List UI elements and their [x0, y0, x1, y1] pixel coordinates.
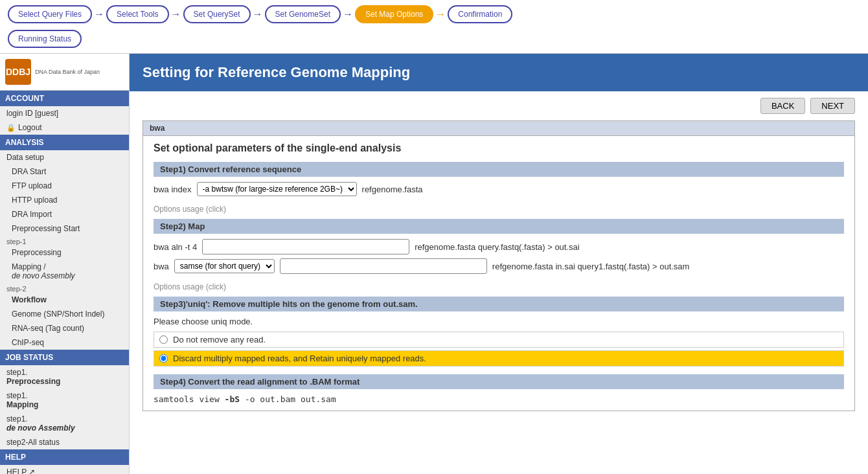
- radio2-label: Discard multiply mapped reads, and Retai…: [173, 354, 426, 363]
- back-next-row: BACK NEXT: [143, 98, 855, 114]
- bwa-samse-input[interactable]: [280, 258, 487, 274]
- rna-seq-item[interactable]: RNA-seq (Tag count): [0, 321, 129, 335]
- step-6-button[interactable]: Confirmation: [448, 5, 512, 23]
- bwa-samse-row: bwa samse (for short query)sampe (for pa…: [154, 258, 844, 274]
- dra-import[interactable]: DRA Import: [0, 207, 129, 221]
- logout-row: 🔒 Logout: [0, 120, 129, 135]
- bwa-samse-select[interactable]: samse (for short query)sampe (for paired…: [174, 259, 275, 273]
- uniq-choose-text: Please choose uniq mode.: [154, 317, 844, 326]
- step-arrow-5: →: [435, 8, 446, 20]
- bwa-index-select[interactable]: -a bwtsw (for large-size reference 2GB~)…: [197, 182, 357, 196]
- bwa-aln-input[interactable]: [202, 239, 409, 254]
- workflow-item[interactable]: Workflow: [0, 293, 129, 307]
- top-nav: Select Query Files→Select Tools→Set Quer…: [0, 0, 868, 54]
- radio-row-2[interactable]: Discard multiply mapped reads, and Retai…: [154, 350, 844, 367]
- account-section-title: ACCOUNT: [0, 91, 129, 106]
- sidebar: DDBJ DNA Data Bank of Japan ACCOUNT logi…: [0, 54, 130, 474]
- step-1-button[interactable]: Select Query Files: [8, 5, 92, 23]
- preprocessing-start[interactable]: Preprocessing Start: [0, 221, 129, 236]
- step-3-button[interactable]: Set QuerySet: [183, 5, 251, 23]
- step1-denovo-status[interactable]: step1. de novo Assembly: [0, 412, 129, 435]
- back-button[interactable]: BACK: [760, 98, 805, 114]
- options-usage-1-link[interactable]: Options usage (click): [154, 205, 226, 214]
- login-id: login ID [guest]: [0, 106, 129, 120]
- bwa-title: bwa: [143, 121, 854, 136]
- ftp-upload[interactable]: FTP upload: [0, 179, 129, 193]
- bwa-aln-label: bwa aln -t 4: [154, 242, 197, 252]
- step1-label: step-1: [0, 236, 129, 245]
- params-title: Set optional parameters of the single-en…: [154, 142, 844, 154]
- bwa-samse-static: refgenome.fasta in.sai query1.fastq(.fas…: [492, 262, 690, 271]
- running-status-button[interactable]: Running Status: [8, 30, 82, 48]
- analysis-section-title: ANALYSIS: [0, 135, 129, 150]
- logout-button[interactable]: Logout: [18, 123, 42, 132]
- bwa-aln-row: bwa aln -t 4 refgenome.fasta query.fastq…: [154, 239, 844, 254]
- step-arrow-4: →: [343, 8, 353, 20]
- job-status-title: JOB STATUS: [0, 350, 129, 365]
- step2-section-title: Step2) Map: [154, 219, 844, 234]
- step4-cmd: samtools view -bS -o out.bam out.sam: [154, 394, 844, 404]
- help-title: HELP: [0, 449, 129, 465]
- chip-seq-item[interactable]: ChIP-seq: [0, 335, 129, 350]
- bwa-container: bwa Set optional parameters of the singl…: [143, 120, 855, 411]
- step-4-button[interactable]: Set GenomeSet: [265, 5, 341, 23]
- main-area: DDBJ DNA Data Bank of Japan ACCOUNT logi…: [0, 54, 868, 474]
- page-title: Setting for Reference Genome Mapping: [130, 54, 868, 91]
- step1-section-title: Step1) Convert reference sequence: [154, 162, 844, 177]
- logo-area: DDBJ DNA Data Bank of Japan: [0, 54, 129, 91]
- logo-sub: DNA Data Bank of Japan: [35, 69, 100, 75]
- step2-all-status[interactable]: step2-All status: [0, 435, 129, 449]
- step-arrow-2: →: [171, 8, 181, 20]
- dra-start[interactable]: DRA Start: [0, 164, 129, 179]
- data-setup: Data setup: [0, 150, 129, 164]
- step1-preprocessing-status[interactable]: step1. Preprocessing: [0, 365, 129, 389]
- app-container: Select Query Files→Select Tools→Set Quer…: [0, 0, 868, 474]
- logout-icon: 🔒: [6, 124, 16, 132]
- step1-mapping-status[interactable]: step1. Mapping: [0, 389, 129, 412]
- radio-row-1[interactable]: Do not remove any read.: [154, 332, 844, 348]
- bwa-index-static: refgenome.fasta: [362, 185, 423, 194]
- step-5-button[interactable]: Set Map Options: [355, 5, 433, 23]
- next-button[interactable]: NEXT: [810, 98, 855, 114]
- step2-label: step-2: [0, 283, 129, 293]
- step-arrow-1: →: [94, 8, 104, 20]
- step-arrow-3: →: [253, 8, 263, 20]
- step-2-button[interactable]: Select Tools: [106, 5, 168, 23]
- mapping-assembly-item[interactable]: Mapping / de novo Assembly: [0, 260, 129, 283]
- radio-discard[interactable]: [159, 354, 168, 363]
- step1-param-row: bwa index -a bwtsw (for large-size refer…: [154, 182, 844, 196]
- radio-none[interactable]: [159, 335, 168, 344]
- radio1-label: Do not remove any read.: [173, 335, 266, 344]
- bwa-aln-static: refgenome.fasta query.fastq(.fasta) > ou…: [415, 242, 579, 252]
- bwa-index-label: bwa index: [154, 185, 192, 194]
- http-upload[interactable]: HTTP upload: [0, 193, 129, 207]
- step4-section-title: Step4) Convert the read alignment to .BA…: [154, 374, 844, 389]
- content-body: BACK NEXT bwa Set optional parameters of…: [130, 91, 868, 418]
- bwa-samse-label: bwa: [154, 262, 169, 271]
- help-link[interactable]: HELP ↗: [0, 465, 129, 474]
- preprocessing-item[interactable]: Preprocessing: [0, 245, 129, 260]
- main-content: Setting for Reference Genome Mapping BAC…: [130, 54, 868, 474]
- options-usage-2-link[interactable]: Options usage (click): [154, 282, 226, 291]
- bwa-inner: Set optional parameters of the single-en…: [143, 136, 854, 411]
- step3-section-title: Step3)'uniq': Remove multiple hits on th…: [154, 297, 844, 311]
- genome-snp-item[interactable]: Genome (SNP/Short Indel): [0, 307, 129, 321]
